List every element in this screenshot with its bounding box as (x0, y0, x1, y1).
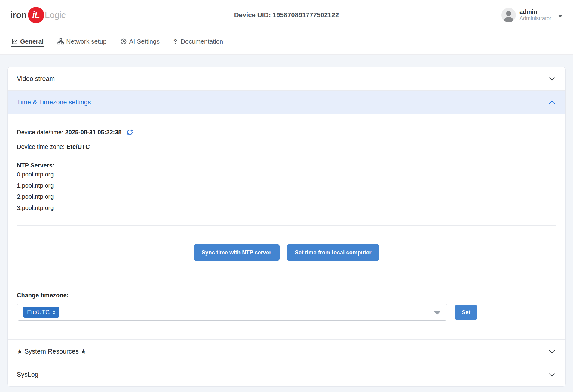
ntp-server-item: 3.pool.ntp.org (17, 202, 556, 213)
refresh-icon[interactable] (126, 129, 133, 136)
tab-label: General (20, 38, 44, 45)
user-role: Administrator (519, 15, 551, 22)
logo-badge-text: iL (32, 10, 40, 20)
timezone-select[interactable]: Etc/UTC x (17, 304, 447, 321)
logo-badge-icon: iL (28, 7, 44, 23)
panel-title: SysLog (17, 371, 38, 378)
timezone-select-row: Etc/UTC x Set (17, 304, 556, 339)
tab-network-setup[interactable]: Network setup (57, 38, 106, 47)
device-timezone-row: Device time zone: Etc/UTC (17, 137, 556, 151)
logo-text-logic: Logic (45, 10, 66, 20)
tab-documentation[interactable]: ? Documentation (173, 38, 223, 47)
tab-label: Network setup (66, 38, 106, 45)
panel-title: Video stream (17, 75, 55, 83)
eye-icon (120, 38, 127, 45)
remove-timezone-icon[interactable]: x (53, 310, 56, 315)
header: iron iL Logic Device UID: 19587089177750… (0, 0, 573, 30)
device-datetime-row: Device date/time: 2025-08-31 05:22:38 (17, 114, 556, 137)
tab-label: Documentation (181, 38, 223, 45)
tab-label: AI Settings (129, 38, 160, 45)
chevron-down-icon (548, 371, 556, 379)
logo: iron iL Logic (10, 7, 66, 23)
panel-title: ★ System Resources ★ (17, 348, 86, 355)
tab-ai-settings[interactable]: AI Settings (120, 38, 160, 47)
device-timezone-label: Device time zone: (17, 142, 65, 151)
chevron-up-icon (548, 98, 556, 107)
timezone-tag-label: Etc/UTC (27, 309, 50, 316)
user-name: admin (519, 8, 551, 15)
ntp-server-item: 1.pool.ntp.org (17, 180, 556, 191)
ntp-server-item: 0.pool.ntp.org (17, 169, 556, 180)
main-content: Video stream Time & Timezone settings De… (0, 55, 573, 387)
set-timezone-button[interactable]: Set (455, 305, 477, 320)
settings-accordion: Video stream Time & Timezone settings De… (7, 67, 566, 387)
panel-title: Time & Timezone settings (17, 99, 91, 106)
set-local-time-button[interactable]: Set time from local computer (287, 244, 380, 261)
change-timezone-label: Change timezone: (17, 292, 556, 299)
chevron-down-icon (548, 75, 556, 83)
accordion-header-time-timezone[interactable]: Time & Timezone settings (8, 90, 565, 114)
device-datetime-value: 2025-08-31 05:22:38 (65, 128, 122, 137)
time-timezone-panel-body: Device date/time: 2025-08-31 05:22:38 De… (8, 114, 565, 339)
chevron-down-icon (548, 347, 556, 356)
accordion-header-system-resources[interactable]: ★ System Resources ★ (8, 339, 565, 363)
accordion-header-syslog[interactable]: SysLog (8, 363, 565, 386)
timezone-tag: Etc/UTC x (23, 307, 59, 318)
device-timezone-value: Etc/UTC (66, 142, 90, 151)
dropdown-arrow-icon[interactable] (434, 311, 440, 315)
chevron-down-icon (558, 15, 563, 17)
sync-ntp-button[interactable]: Sync time with NTP server (194, 244, 280, 261)
logo-text-iron: iron (10, 10, 27, 20)
time-actions: Sync time with NTP server Set time from … (17, 244, 556, 261)
nav-tabs: General Network setup AI Settings ? Docu… (0, 30, 573, 55)
device-uid: Device UID: 195870891777502122 (234, 11, 339, 19)
chart-line-icon (11, 38, 18, 45)
ntp-servers-label: NTP Servers: (17, 162, 556, 169)
accordion-header-video-stream[interactable]: Video stream (8, 67, 565, 90)
avatar (501, 8, 516, 22)
sitemap-icon (57, 38, 64, 45)
divider (17, 225, 556, 226)
ntp-server-item: 2.pool.ntp.org (17, 191, 556, 202)
tab-general[interactable]: General (11, 38, 44, 47)
question-icon: ? (173, 38, 177, 45)
user-menu[interactable]: admin Administrator (501, 8, 563, 22)
device-datetime-label: Device date/time: (17, 128, 63, 137)
